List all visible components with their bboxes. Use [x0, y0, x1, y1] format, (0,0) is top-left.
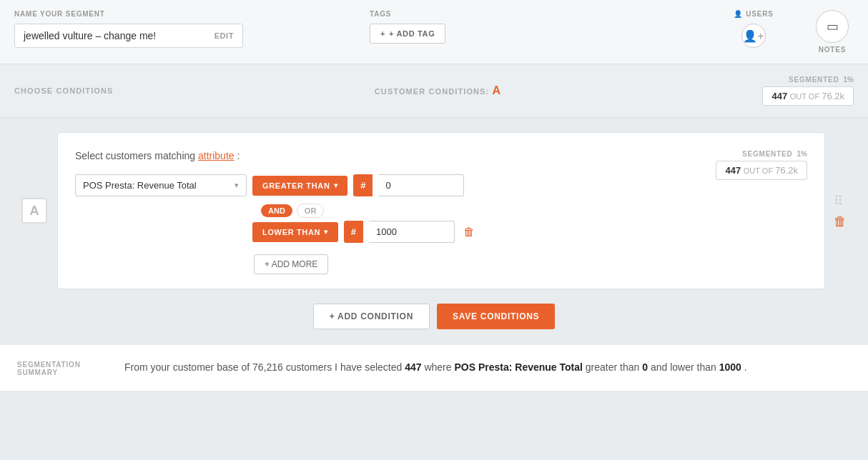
segmented-label-row: SEGMENTED 1%	[789, 76, 854, 84]
card-segmented-count-box: 447 OUT OF 76.2k	[716, 161, 807, 180]
segment-name-label: NAME YOUR SEGMENT	[14, 10, 341, 18]
attribute-select[interactable]: POS Presta: Revenue Total ▾	[75, 174, 247, 196]
add-more-row: + ADD MORE	[75, 250, 807, 274]
and-badge[interactable]: AND	[261, 204, 292, 217]
colon-text: :	[237, 150, 240, 161]
summary-count: 447	[405, 361, 421, 373]
prefix-text: Select customers matching	[75, 150, 198, 161]
tags-label: TAGS	[370, 10, 696, 18]
summary-attr: POS Presta: Revenue Total	[454, 361, 582, 373]
plus-icon: +	[380, 29, 385, 38]
card-count-out: OUT OF	[744, 166, 775, 175]
hash-badge-1: #	[353, 174, 373, 196]
hash-badge-2: #	[344, 221, 363, 243]
segmented-label: SEGMENTED	[789, 76, 839, 84]
segmentation-summary: SEGMENTATION SUMMARY From your customer …	[0, 344, 868, 391]
card-segmented: SEGMENTED 1% 447 OUT OF 76.2k	[716, 150, 807, 180]
action-buttons: + ADD CONDITION SAVE CONDITIONS	[14, 304, 854, 329]
edit-link[interactable]: EDIT	[214, 31, 234, 40]
choose-conditions-label: CHOOSE CONDITIONS	[14, 86, 114, 95]
main-content: A Select customers matching attribute : …	[0, 118, 868, 344]
tags-section: TAGS + + ADD TAG	[370, 10, 696, 44]
summary-text-5: .	[744, 361, 747, 373]
segment-name-box: jewelled vulture – change me! EDIT	[14, 24, 243, 48]
card-segmented-label: SEGMENTED	[742, 150, 793, 158]
users-section: 👤 USERS 👤+	[725, 10, 782, 48]
card-delete-button[interactable]: 🗑	[834, 214, 847, 229]
add-tag-label: + ADD TAG	[389, 29, 435, 38]
add-more-button[interactable]: + ADD MORE	[254, 254, 328, 274]
card-segmented-pct: 1%	[797, 150, 807, 158]
summary-text-1: From your customer base of 76,216 custom…	[124, 361, 405, 373]
conditions-letter: A	[492, 84, 501, 96]
and-or-row: AND OR	[75, 204, 807, 218]
operator-2-button[interactable]: LOWER THAN ▾	[252, 222, 338, 242]
add-tag-button[interactable]: + + ADD TAG	[370, 24, 445, 44]
condition-row-1: POS Presta: Revenue Total ▾ GREATER THAN…	[75, 174, 807, 196]
notes-label: NOTES	[819, 46, 846, 54]
notes-section: ▭ NOTES	[811, 10, 854, 54]
attribute-value-text: POS Presta: Revenue Total	[83, 180, 197, 191]
users-label: 👤 USERS	[734, 10, 773, 18]
conditions-header: CHOOSE CONDITIONS CUSTOMER CONDITIONS: A…	[0, 64, 868, 118]
chevron-down-icon: ▾	[235, 181, 239, 190]
delete-condition-button[interactable]: 🗑	[460, 226, 478, 239]
condition-card: Select customers matching attribute : PO…	[57, 132, 825, 289]
customer-conditions-label: CUSTOMER CONDITIONS: A	[375, 84, 501, 97]
attribute-link[interactable]: attribute	[198, 150, 235, 161]
a-label: A	[21, 198, 47, 224]
operator-2-label: LOWER THAN	[262, 228, 320, 236]
save-conditions-button[interactable]: SAVE CONDITIONS	[437, 304, 555, 329]
summary-val2: 1000	[719, 361, 741, 373]
condition-card-header: Select customers matching attribute :	[75, 150, 807, 161]
segment-name-section: NAME YOUR SEGMENT jewelled vulture – cha…	[14, 10, 341, 48]
operator-2-caret-icon: ▾	[324, 228, 328, 236]
count-value: 447	[771, 91, 787, 101]
summary-val1: 0	[642, 361, 648, 373]
add-condition-button[interactable]: + ADD CONDITION	[313, 304, 430, 329]
condition-row-2: LOWER THAN ▾ # 🗑	[75, 221, 807, 243]
segmented-count-box: 447 OUT OF 76.2k	[762, 86, 854, 106]
operator-1-label: GREATER THAN	[262, 181, 330, 190]
operator-1-caret-icon: ▾	[334, 181, 338, 189]
card-wrapper: A Select customers matching attribute : …	[57, 132, 825, 289]
value-input-2[interactable]	[369, 221, 455, 243]
count-out: OUT OF	[790, 92, 822, 101]
notes-button[interactable]: ▭	[816, 10, 849, 43]
summary-text: From your customer base of 76,216 custom…	[124, 359, 747, 375]
summary-text-2: where	[424, 361, 454, 373]
card-count-value: 447	[725, 165, 741, 176]
add-user-button[interactable]: 👤+	[741, 24, 766, 48]
or-badge[interactable]: OR	[297, 204, 325, 218]
card-side-controls: ⠿ 🗑	[834, 193, 847, 229]
count-total: 76.2k	[822, 91, 844, 101]
segment-name-text: jewelled vulture – change me!	[24, 30, 156, 41]
summary-label: SEGMENTATION SUMMARY	[17, 359, 103, 376]
summary-text-3: greater than	[586, 361, 642, 373]
person-icon: 👤	[734, 10, 743, 18]
card-count-total: 76.2k	[775, 165, 798, 176]
summary-text-4: and lower than	[651, 361, 719, 373]
top-bar: NAME YOUR SEGMENT jewelled vulture – cha…	[0, 0, 868, 64]
segmented-section: SEGMENTED 1% 447 OUT OF 76.2k	[762, 76, 854, 106]
segmented-pct: 1%	[844, 76, 854, 84]
operator-1-button[interactable]: GREATER THAN ▾	[252, 176, 347, 196]
notes-icon: ▭	[827, 19, 839, 34]
add-user-icon: 👤+	[743, 29, 764, 43]
drag-handle-icon[interactable]: ⠿	[834, 193, 847, 209]
value-input-1[interactable]	[378, 174, 464, 196]
